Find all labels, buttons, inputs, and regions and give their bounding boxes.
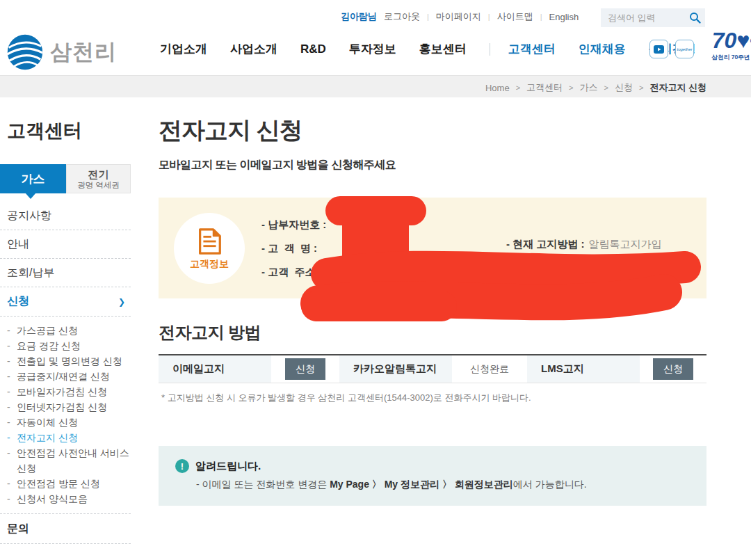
error-contact-note: * 고지방법 신청 시 오류가 발생할 경우 삼천리 고객센터(1544-300… [159, 392, 706, 404]
logout-link[interactable]: 로그아웃 [384, 10, 420, 23]
submenu-move-name-change[interactable]: -전출입 및 명의변경 신청 [7, 353, 131, 369]
heart-icon: ♥ [736, 28, 750, 53]
notice-box: ! 알려드립니다. - 이메일 또는 전화번호 변경은 My Page 〉 My… [159, 446, 706, 506]
anniversary-number: 70 [712, 28, 737, 53]
current-method-row: - 현재 고지방법 : 알림톡고지가입 [506, 238, 662, 251]
search-input[interactable] [608, 13, 689, 23]
breadcrumb-separator: > [604, 83, 608, 92]
sns-buttons: together [649, 40, 694, 58]
tab-gas[interactable]: 가스 [0, 164, 66, 193]
customer-info-box: 고객정보 - 납부자번호 : - 고 객 명 : - 고객 주소 : 경기 군포… [159, 198, 706, 298]
customer-address-value: 경기 군포 [326, 266, 371, 279]
payer-number-row: - 납부자번호 : [261, 213, 371, 237]
nav-rnd[interactable]: R&D [300, 42, 326, 56]
submenu-supply-stop-reconnect[interactable]: -공급중지/재연결 신청 [7, 369, 131, 384]
search-icon[interactable] [689, 12, 701, 24]
kakao-status-text: 신청완료 [470, 363, 509, 376]
submenu-gas-supply[interactable]: -가스공급 신청 [7, 323, 131, 338]
method-lms-action-cell: 신청 [640, 355, 706, 383]
nav-divider [490, 43, 490, 56]
breadcrumb-separator: > [569, 83, 573, 92]
page: 김아람님 로그아웃 | 마이페이지 | 사이트맵 | English [0, 0, 751, 560]
breadcrumb-separator: > [639, 83, 643, 92]
customer-info-label: 고객정보 [190, 258, 229, 271]
submenu-e-notification[interactable]: -전자고지 신청 [7, 430, 131, 445]
method-email-label: 이메일고지 [159, 355, 271, 383]
sitemap-link[interactable]: 사이트맵 [497, 10, 533, 23]
divider: | [540, 13, 542, 21]
divider: | [427, 13, 429, 21]
notice-path-bold: My Page 〉 My 정보관리 〉 회원정보관리 [330, 479, 513, 490]
logo-text: 삼천리 [50, 38, 117, 67]
70th-anniversary-badge: 70♥ⓔ 삼천리 70주년 [711, 29, 751, 62]
breadcrumb-gas[interactable]: 가스 [580, 81, 598, 94]
method-email-action-cell: 신청 [271, 355, 339, 383]
sidebar-item-guide[interactable]: 안내 [0, 230, 131, 259]
main-content: 전자고지 신청 모바일고지 또는 이메일고지 방법을 신청해주세요 고객정보 [159, 115, 706, 506]
exclamation-icon: ! [175, 459, 189, 473]
nav-business[interactable]: 사업소개 [230, 41, 277, 57]
submenu-form-collection[interactable]: -신청서 양식모음 [7, 491, 131, 506]
header: 삼천리 기업소개 사업소개 R&D 투자정보 홍보센터 고객센터 인재채용 윤리… [0, 31, 751, 75]
sidebar-item-notice[interactable]: 공지사항 [0, 202, 131, 230]
chevron-right-icon: ❯ [118, 297, 125, 307]
nav-investor[interactable]: 투자정보 [349, 41, 396, 57]
sidebar-submenu: -가스공급 신청 -요금 경감 신청 -전출입 및 명의변경 신청 -공급중지/… [0, 316, 131, 513]
breadcrumb: Home > 고객센터 > 가스 > 신청 > 전자고지 신청 [485, 81, 706, 94]
nav-company[interactable]: 기업소개 [160, 41, 207, 57]
breadcrumb-bar: Home > 고객센터 > 가스 > 신청 > 전자고지 신청 [0, 75, 751, 97]
method-kakao-status-cell: 신청완료 [452, 355, 527, 383]
notice-title: 알려드립니다. [195, 460, 261, 473]
submenu-safety-check-visit[interactable]: -안전점검 방문 신청 [7, 476, 131, 491]
submenu-auto-transfer[interactable]: -자동이체 신청 [7, 415, 131, 430]
samchully-globe-icon [6, 33, 45, 72]
divider: | [488, 13, 490, 21]
global-nav: 기업소개 사업소개 R&D 투자정보 홍보센터 고객센터 인재채용 윤리경영 [160, 41, 719, 57]
anniversary-text: 삼천리 70주년 [711, 54, 751, 62]
method-lms-label: LMS고지 [527, 355, 640, 383]
submenu-fee-reduction[interactable]: -요금 경감 신청 [7, 338, 131, 353]
lms-apply-button[interactable]: 신청 [653, 358, 693, 380]
sidebar-title: 고객센터 [0, 118, 131, 143]
samchully-logo[interactable]: 삼천리 [6, 33, 117, 72]
page-subtitle: 모바일고지 또는 이메일고지 방법을 신청해주세요 [159, 158, 706, 173]
together-icon[interactable]: together [675, 40, 694, 58]
sidebar-item-inquiry[interactable]: 문의 [0, 513, 131, 544]
customer-info-badge: 고객정보 [174, 213, 245, 284]
nav-customer-center[interactable]: 고객센터 [508, 41, 556, 57]
customer-address-row: - 고객 주소 : 경기 군포 [261, 260, 371, 284]
youtube-icon[interactable] [649, 40, 668, 58]
sidebar-item-apply[interactable]: 신청 ❯ [0, 287, 131, 316]
nav-pr-center[interactable]: 홍보센터 [419, 41, 467, 57]
notice-body: - 이메일 또는 전화번호 변경은 My Page 〉 My 정보관리 〉 회원… [196, 479, 690, 491]
customer-fields: - 납부자번호 : - 고 객 명 : - 고객 주소 : 경기 군포 [261, 213, 371, 284]
mypage-link[interactable]: 마이페이지 [436, 10, 481, 23]
top-utility-bar: 김아람님 로그아웃 | 마이페이지 | 사이트맵 | English [0, 0, 751, 31]
breadcrumb-apply[interactable]: 신청 [615, 81, 633, 94]
sidebar-item-inquiry-pay[interactable]: 조회/납부 [0, 259, 131, 287]
breadcrumb-home[interactable]: Home [485, 83, 510, 93]
nav-recruit[interactable]: 인재채용 [579, 41, 626, 57]
submenu-internet-self-meter[interactable]: -인터넷자가검침 신청 [7, 399, 131, 415]
tab-electric[interactable]: 전기 광명 역세권 [66, 164, 131, 193]
current-method-value: 알림톡고지가입 [589, 238, 662, 251]
section-title: 전자고지 방법 [159, 321, 706, 344]
customer-name-row: - 고 객 명 : [261, 237, 371, 260]
search-box[interactable] [601, 8, 705, 27]
notification-methods-table: 이메일고지 신청 카카오알림톡고지 신청완료 LMS고지 신청 [159, 354, 706, 383]
method-kakao-label: 카카오알림톡고지 [339, 355, 452, 383]
breadcrumb-separator: > [516, 83, 520, 92]
email-apply-button[interactable]: 신청 [285, 358, 325, 380]
page-title: 전자고지 신청 [159, 115, 706, 147]
submenu-mobile-self-meter[interactable]: -모바일자가검침 신청 [7, 384, 131, 399]
breadcrumb-customer-center[interactable]: 고객센터 [526, 81, 563, 94]
breadcrumb-current: 전자고지 신청 [649, 81, 706, 94]
logged-in-username: 김아람님 [341, 10, 377, 23]
sidebar-menu: 공지사항 안내 조회/납부 신청 ❯ -가스공급 신청 -요금 경감 신청 -전… [0, 202, 131, 544]
sidebar: 고객센터 가스 전기 광명 역세권 공지사항 안내 조회/납부 신청 ❯ -가스… [0, 118, 131, 544]
english-link[interactable]: English [549, 12, 579, 22]
document-icon [195, 227, 224, 256]
sidebar-tabs: 가스 전기 광명 역세권 [0, 164, 131, 193]
submenu-safety-check-prenotice[interactable]: -안전점검 사전안내 서비스 신청 [7, 445, 131, 476]
